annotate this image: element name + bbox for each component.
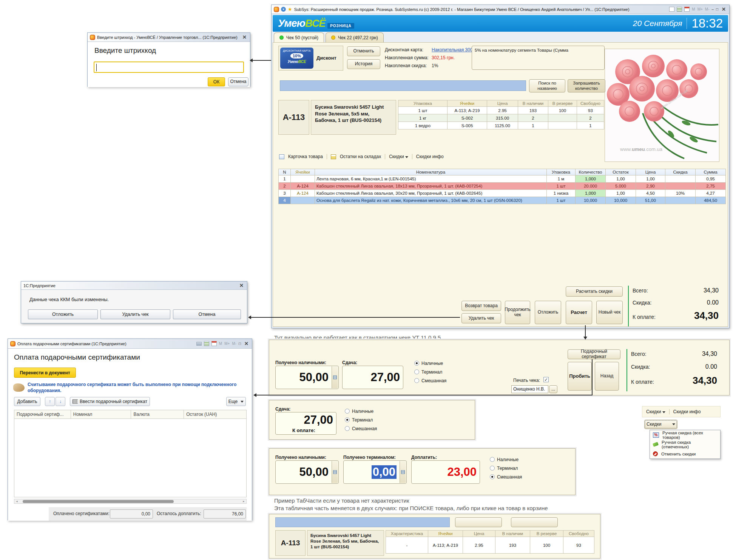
pay-more-field[interactable]: 23,00 (411, 460, 480, 484)
postpone-button[interactable]: Отложить (28, 309, 98, 319)
ok-button[interactable]: ОК (208, 77, 225, 86)
radio-Терминал[interactable]: Терминал (414, 369, 446, 375)
terminal-received-field[interactable]: 0,00 (343, 460, 407, 484)
cashier-select-button[interactable]: ... (549, 385, 557, 393)
print-icon[interactable] (196, 342, 202, 346)
memory-plus-icon[interactable]: M+ (224, 342, 230, 346)
calendar-icon[interactable] (211, 341, 217, 346)
discount-card-box[interactable]: ДИСКОНТНАЯ КАРТА 10% УмеюВСЕ Дисконт (278, 46, 343, 71)
grid-icon[interactable] (669, 7, 674, 12)
close-icon[interactable]: ✕ (243, 341, 250, 346)
ask-quantity-button[interactable]: Запрашивать количество (568, 79, 605, 92)
cash-received-field[interactable]: 50,00 (275, 460, 339, 484)
scroll-right-icon[interactable]: ► (242, 500, 245, 503)
stock-row[interactable]: 1 ведроS-0051125.0011 (398, 122, 604, 129)
close-icon[interactable]: ✕ (238, 283, 245, 288)
menu-item-Отменить скидки[interactable]: Отменить скидки (650, 449, 720, 458)
back-button[interactable]: Назад (595, 362, 619, 391)
add-button[interactable]: Добавить (14, 397, 40, 406)
discounts-info-link[interactable]: Скидки инфо (673, 409, 701, 414)
calculator-icon[interactable] (677, 7, 682, 12)
product-card-link[interactable]: Карточка товара (288, 154, 323, 159)
calculator-strip[interactable] (332, 366, 338, 388)
punch-button[interactable]: Пробить (568, 362, 592, 391)
tab-check-1[interactable]: Чек 50 (пустой) (274, 32, 324, 42)
barcode-input[interactable] (94, 62, 244, 73)
search-by-name-button[interactable]: Поиск по названию (529, 79, 565, 92)
radio-Терминал[interactable]: Терминал (490, 465, 522, 471)
cart-row[interactable]: 2А-124Кабошон стеклянный Линза овальная,… (279, 183, 726, 190)
cart-row[interactable]: 3А-124Кабошон стеклянный Линза овальная,… (279, 190, 726, 197)
change-field[interactable]: 27,00 (342, 366, 403, 389)
radio-Наличные[interactable]: Наличные (490, 456, 522, 463)
cert-table-body[interactable] (14, 419, 247, 497)
radio-Наличные[interactable]: Наличные (414, 360, 446, 366)
menu-item-Ручная скидка (отмеченных)[interactable]: Ручная скидка (отмеченных) (650, 440, 720, 449)
cash-received-field[interactable]: 50,00 (275, 366, 339, 389)
close-icon[interactable]: ✕ (721, 6, 727, 12)
new-check-button[interactable]: Новый чек (596, 301, 623, 324)
discounts-menu-link[interactable]: Скидки (389, 154, 408, 159)
print-check-checkbox[interactable]: ✓ (543, 377, 549, 382)
discounts-info-link[interactable]: Скидки инфо (416, 154, 444, 159)
return-goods-button[interactable]: Возврат товара (461, 301, 501, 311)
gift-certificate-button[interactable]: Подарочный сертификат (568, 349, 620, 359)
radio-Терминал[interactable]: Терминал (345, 417, 377, 423)
memory-minus-icon[interactable]: M- (705, 7, 710, 11)
cart-row[interactable]: 1Лента парчовая, 6 мм, Красная,1 м (LEN-… (279, 175, 726, 183)
calculator-icon[interactable] (204, 341, 209, 346)
continue-check-button[interactable]: Продолжить чек (505, 301, 530, 324)
chevron-down-icon[interactable]: ▾ (281, 7, 286, 12)
postpone-button[interactable]: Отложить (535, 301, 561, 324)
memory-icon[interactable]: M (219, 342, 222, 346)
close-icon[interactable]: ✕ (241, 34, 248, 40)
maximize-icon[interactable]: □ (239, 342, 241, 346)
search-input[interactable] (275, 517, 450, 527)
calc-discounts-button[interactable]: Расчитать скидки (566, 286, 623, 297)
cart-row[interactable]: 4Основа для браслета Regaliz из нат. кож… (279, 197, 726, 204)
stock-row[interactable]: 1 штА-113; А-2192.9519310093 (398, 107, 604, 114)
calculator-strip[interactable] (332, 461, 338, 483)
scrollbar-thumb[interactable] (23, 500, 174, 503)
discounts-dropdown-button[interactable]: Скидки (644, 420, 677, 429)
change-field[interactable]: 27,00 К оплате: (275, 412, 336, 435)
cropped-button[interactable] (511, 517, 558, 527)
maximize-icon[interactable]: □ (716, 7, 718, 11)
discount-cancel-button[interactable]: Отменить (347, 46, 380, 56)
warehouse-rest-link[interactable]: Остатки на складах (340, 154, 381, 159)
tab-check-2[interactable]: Чек 22 (497,22 грн) (326, 32, 384, 42)
star-icon[interactable]: ★ (288, 6, 292, 12)
menu-item-Ручная скидка (всех товаров)[interactable]: %Ручная скидка (всех товаров) (650, 430, 720, 440)
memory-minus-icon[interactable]: M- (232, 342, 236, 346)
calc-button[interactable]: Расчет (566, 301, 592, 324)
move-down-button[interactable]: ↓ (56, 397, 65, 406)
radio-Наличные[interactable]: Наличные (345, 408, 377, 414)
annotation-arrow-calc (585, 325, 586, 337)
discount-history-button[interactable]: История (347, 59, 380, 69)
move-up-button[interactable]: ↑ (45, 397, 55, 406)
product-code: А-113 (278, 100, 309, 135)
delete-check-button[interactable]: Удалить чек (100, 309, 170, 319)
discounts-menu-link[interactable]: Скидки (646, 409, 665, 414)
radio-Смешанная[interactable]: Смешанная (414, 377, 446, 384)
delete-check-button[interactable]: Удалить чек (461, 313, 501, 323)
horizontal-scrollbar[interactable]: ◄ ► (14, 499, 247, 504)
transfer-to-doc-button[interactable]: Перенести в документ (14, 368, 76, 378)
memory-plus-icon[interactable]: M+ (698, 7, 703, 11)
cropped-button[interactable] (455, 517, 502, 527)
radio-Смешанная[interactable]: Смешанная (345, 425, 377, 432)
search-input[interactable] (280, 80, 526, 91)
radio-Смешанная[interactable]: Смешанная (490, 474, 522, 480)
discount-total-label: Скидка: (631, 364, 650, 370)
cancel-button[interactable]: Отмена (228, 77, 248, 86)
stock-row[interactable]: 1 кгS-002315.0022 (398, 114, 604, 122)
calculator-strip[interactable] (400, 461, 406, 483)
scroll-left-icon[interactable]: ◄ (15, 500, 18, 503)
calendar-icon[interactable] (684, 7, 690, 12)
minimize-icon[interactable]: – (711, 7, 714, 11)
cashier-field[interactable]: Онищенко Н.В. (511, 385, 548, 393)
enter-gift-cert-button[interactable]: Ввести подарочный сертификат (70, 397, 150, 406)
memory-icon[interactable]: M (692, 7, 695, 11)
cancel-button[interactable]: Отмена (173, 309, 241, 319)
more-button[interactable]: Еще (226, 397, 246, 406)
